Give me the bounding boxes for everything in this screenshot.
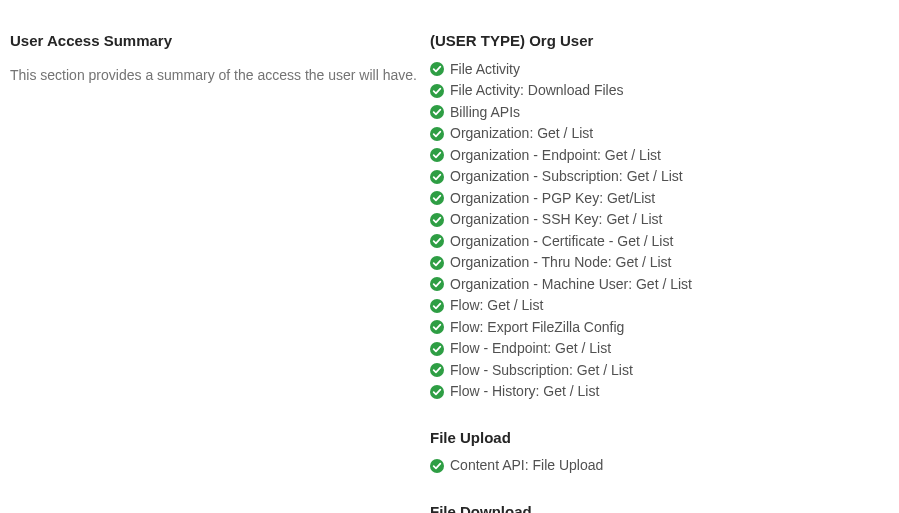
- permission-item: Organization - Certificate - Get / List: [430, 231, 899, 253]
- permission-item: Flow - History: Get / List: [430, 381, 899, 403]
- permission-item: Organization - SSH Key: Get / List: [430, 209, 899, 231]
- check-circle-icon: [430, 170, 444, 184]
- permission-item: Organization - Machine User: Get / List: [430, 274, 899, 296]
- permission-item: Billing APIs: [430, 102, 899, 124]
- permission-item-label: Flow - History: Get / List: [450, 381, 599, 403]
- check-circle-icon: [430, 277, 444, 291]
- check-circle-icon: [430, 256, 444, 270]
- permission-item: Flow - Subscription: Get / List: [430, 360, 899, 382]
- permission-item-label: File Activity: Download Files: [450, 80, 624, 102]
- permission-item: Organization: Get / List: [430, 123, 899, 145]
- permission-group: File DownloadFile Activity: [430, 501, 899, 514]
- permission-item: File Activity: Download Files: [430, 80, 899, 102]
- permission-item-label: Flow: Export FileZilla Config: [450, 317, 624, 339]
- permission-item: Organization - Subscription: Get / List: [430, 166, 899, 188]
- permission-group: File UploadContent API: File Upload: [430, 427, 899, 477]
- permissions-column: (USER TYPE) Org UserFile ActivityFile Ac…: [430, 30, 899, 513]
- permission-item: File Activity: [430, 59, 899, 81]
- check-circle-icon: [430, 213, 444, 227]
- check-circle-icon: [430, 459, 444, 473]
- check-circle-icon: [430, 320, 444, 334]
- permission-item-label: Content API: File Upload: [450, 455, 603, 477]
- permission-item-label: Organization - Endpoint: Get / List: [450, 145, 661, 167]
- check-circle-icon: [430, 363, 444, 377]
- permission-item: Content API: File Upload: [430, 455, 899, 477]
- permission-item-label: Organization - PGP Key: Get/List: [450, 188, 655, 210]
- check-circle-icon: [430, 105, 444, 119]
- permission-item-label: Billing APIs: [450, 102, 520, 124]
- user-access-summary-container: User Access Summary This section provide…: [0, 0, 899, 513]
- permission-item-label: Flow: Get / List: [450, 295, 543, 317]
- section-title: User Access Summary: [10, 30, 430, 53]
- permission-item-label: Organization: Get / List: [450, 123, 593, 145]
- left-column: User Access Summary This section provide…: [10, 30, 430, 513]
- check-circle-icon: [430, 191, 444, 205]
- permission-item-label: Flow - Endpoint: Get / List: [450, 338, 611, 360]
- permission-group-title: File Download: [430, 501, 899, 514]
- permission-group-title: File Upload: [430, 427, 899, 450]
- permission-item: Organization - Endpoint: Get / List: [430, 145, 899, 167]
- permission-item-label: Organization - Machine User: Get / List: [450, 274, 692, 296]
- permission-item: Flow: Get / List: [430, 295, 899, 317]
- permission-item-label: Organization - Subscription: Get / List: [450, 166, 683, 188]
- check-circle-icon: [430, 385, 444, 399]
- permission-item-label: Flow - Subscription: Get / List: [450, 360, 633, 382]
- check-circle-icon: [430, 127, 444, 141]
- permission-group-title: (USER TYPE) Org User: [430, 30, 899, 53]
- permission-item: Organization - PGP Key: Get/List: [430, 188, 899, 210]
- check-circle-icon: [430, 84, 444, 98]
- check-circle-icon: [430, 62, 444, 76]
- permission-item-label: Organization - SSH Key: Get / List: [450, 209, 662, 231]
- permission-group: (USER TYPE) Org UserFile ActivityFile Ac…: [430, 30, 899, 403]
- check-circle-icon: [430, 234, 444, 248]
- permission-item-label: Organization - Thru Node: Get / List: [450, 252, 672, 274]
- section-description: This section provides a summary of the a…: [10, 65, 430, 86]
- check-circle-icon: [430, 342, 444, 356]
- permission-item-label: File Activity: [450, 59, 520, 81]
- permission-item: Flow - Endpoint: Get / List: [430, 338, 899, 360]
- permission-item: Flow: Export FileZilla Config: [430, 317, 899, 339]
- check-circle-icon: [430, 299, 444, 313]
- check-circle-icon: [430, 148, 444, 162]
- permission-item: Organization - Thru Node: Get / List: [430, 252, 899, 274]
- permission-item-label: Organization - Certificate - Get / List: [450, 231, 673, 253]
